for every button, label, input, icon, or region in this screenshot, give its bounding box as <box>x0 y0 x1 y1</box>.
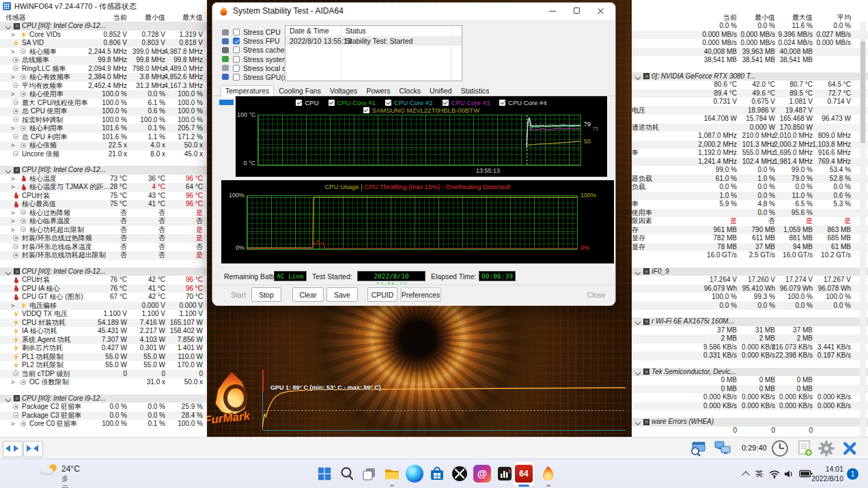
aida64-titlebar[interactable]: System Stability Test - AIDA64 <box>212 3 615 20</box>
sensor-row[interactable]: 封装/环形总线功耗超出限制否否是 <box>0 251 207 260</box>
sensor-row[interactable]: 96.079 Wh95.410 Wh96.079 Wh96.078 Wh <box>630 285 868 293</box>
legend-item[interactable]: CPU Core #4 <box>499 99 547 106</box>
col-max[interactable]: 最大值 <box>792 13 813 23</box>
remote-monitor-button[interactable] <box>713 440 732 457</box>
sensor-row[interactable]: >核心临界温度否否否 <box>0 217 207 226</box>
sensor-row[interactable]: 总线频率99.8 MHz99.8 MHz99.8 MHz <box>0 56 207 65</box>
stress-gpu-checkbox[interactable] <box>233 74 240 81</box>
sensor-row[interactable]: Package C3 驻留率0.0 %0.0 %28.4 % <box>0 412 207 420</box>
sensor-row[interactable]: >Core C0 驻留率100.0 %0.1 %100.0 % <box>0 420 207 429</box>
sensor-section-header[interactable]: CPU [#0]: Intel Core i9-12... <box>0 268 207 276</box>
scrollbar-thumb[interactable] <box>860 41 865 143</box>
sensor-row[interactable]: 总 CPU 利用率101.6 %1.1 %171.2 % <box>0 133 207 142</box>
collapse-icon[interactable] <box>635 369 641 375</box>
sensor-row[interactable]: 0.000 MB/s0.000 MB/s0.024 MB/s0.000 MB/s <box>630 39 868 48</box>
expand-icon[interactable]: > <box>11 209 14 218</box>
sensor-section-header[interactable]: ware Errors (WHEA) <box>630 418 868 427</box>
collapse-icon[interactable] <box>635 74 641 79</box>
sensor-row[interactable]: 0.0 %0.0 %11.6 %0.0 % <box>630 22 868 31</box>
sensor-row[interactable]: 负载0.0 %0.0 %0.0 %0.0 % <box>630 183 868 192</box>
settings-gear-button[interactable] <box>817 440 836 457</box>
ime-indicator[interactable]: 英 <box>755 469 764 479</box>
tab-temperatures[interactable]: Temperatures <box>221 85 274 97</box>
col-current[interactable]: 当前 <box>723 13 737 23</box>
sensor-row[interactable]: 使用率0.0 %95.6 % <box>630 209 868 218</box>
stress-cpu-checkbox[interactable] <box>233 29 240 35</box>
collapse-columns-button[interactable] <box>23 441 43 457</box>
collapse-icon[interactable] <box>5 269 11 274</box>
minimize-button[interactable] <box>540 3 565 20</box>
sensor-section-header[interactable]: Tek Semiconductor, Devic... <box>630 368 868 377</box>
sensor-row[interactable]: 16.0 GT/s2.5 GT/s16.0 GT/s10.2 GT/s <box>630 251 868 260</box>
sensor-row[interactable]: 封装/环形总线临界温度否否否 <box>0 243 207 252</box>
tab-clocks[interactable]: Clocks <box>395 86 425 96</box>
collapse-icon[interactable] <box>635 269 641 274</box>
legend-checkbox[interactable] <box>328 100 335 106</box>
tab-voltages[interactable]: Voltages <box>326 86 361 96</box>
col-min[interactable]: 最小值 <box>145 13 165 23</box>
sensor-row[interactable]: 38,541 MB38,541 MB38,541 MB <box>630 56 868 65</box>
sensor-row[interactable]: >核心频率2,244.5 MHz399.0 MHz4,987.8 MHz <box>0 48 207 57</box>
collapse-icon[interactable] <box>5 168 11 173</box>
sensor-row[interactable]: PL2 功耗限制55.0 W55.0 W170.0 W <box>0 361 207 370</box>
col-min[interactable]: 最小值 <box>755 13 775 23</box>
expand-icon[interactable]: > <box>11 302 14 311</box>
hwinfo-right-column-header[interactable]: 当前 最小值 最大值 平均 <box>630 12 868 23</box>
sensor-section-header[interactable]: 0]: NVIDIA GeForce RTX 3080 T... <box>630 72 868 81</box>
start-button[interactable]: Start <box>225 287 252 302</box>
sensor-row[interactable]: 0.000 KB/s0.000 KB/s0.000 KB/s0.000 KB/s <box>630 402 868 411</box>
sensor-row[interactable]: 40,008 MB39,963 MB40,008 MB <box>630 48 868 57</box>
sensor-row[interactable]: 显存78 MB37 MB94 MB61 MB <box>630 243 868 252</box>
sensor-row[interactable]: 核心最高值75 °C41 °C96 °C <box>0 200 207 209</box>
legend-item[interactable]: SAMSUNG MZVL22T0HBLB-00BTW <box>363 106 479 114</box>
sensor-row[interactable]: 存961 MB790 MB1,059 MB863 MB <box>630 226 868 235</box>
sensor-row[interactable]: >Core VIDs0.852 V0.728 V1.319 V <box>0 31 207 40</box>
stress-memory-checkbox[interactable] <box>233 56 240 63</box>
sensor-row[interactable]: Ring/LLC 频率2,094.9 MHz798.0 MHz4,489.0 M… <box>0 65 207 74</box>
sensor-row[interactable]: Package C2 驻留率0.0 %0.0 %25.9 % <box>0 403 207 412</box>
sensor-row[interactable]: 限因素是否是是 <box>630 217 868 226</box>
sensor-search-button[interactable] <box>688 440 708 457</box>
notification-badge[interactable]: 1 <box>847 468 858 480</box>
wifi-icon[interactable] <box>769 470 780 478</box>
close-sensors-button[interactable] <box>840 440 859 457</box>
legend-item[interactable]: CPU Core #3 <box>443 99 490 106</box>
col-current[interactable]: 当前 <box>113 13 127 23</box>
sensor-row[interactable]: 1.0 %0.0 %11.0 %0.6 % <box>630 192 868 201</box>
stress-disk-checkbox[interactable] <box>233 65 240 72</box>
edge-browser-icon[interactable] <box>406 465 423 483</box>
monitor-app-icon[interactable] <box>496 465 514 483</box>
maximize-button[interactable] <box>565 3 589 20</box>
expand-icon[interactable]: > <box>11 90 14 99</box>
sensor-row[interactable]: >核心倍频22.5 x4.0 x50.0 x <box>0 141 207 150</box>
sensor-section-header[interactable]: CPU [#0]: Intel Core i9-12... <box>0 394 207 403</box>
expand-icon[interactable]: > <box>11 124 14 133</box>
save-button[interactable]: Save <box>326 287 358 302</box>
xbox-icon[interactable] <box>451 465 468 483</box>
legend-checkbox[interactable] <box>499 100 505 106</box>
sensor-row[interactable]: >核心有效频率2,384.0 MHz3.8 MHz4,852.6 MHz <box>0 73 207 82</box>
expand-icon[interactable]: > <box>11 175 14 184</box>
sensor-row[interactable]: 0 MB0 MB0 MB <box>630 385 868 394</box>
expand-icon[interactable]: > <box>11 183 14 192</box>
sensor-row[interactable]: 显存782 MB611 MB881 MB685 MB <box>630 234 868 243</box>
legend-checkbox[interactable] <box>296 100 302 106</box>
sensor-row[interactable]: 0.331 KB/s0.000 KB/s22.398 KB/s0.187 KB/… <box>630 351 868 360</box>
status-list[interactable]: Date & Time Status 2022/8/10 13:55:13 St… <box>285 25 462 81</box>
sensor-row[interactable]: 2,000.2 MHz101.3 MHz2,000.2 MHz1,103.8 M… <box>630 141 868 149</box>
expand-icon[interactable]: > <box>11 420 14 429</box>
expand-icon[interactable]: > <box>11 48 14 57</box>
sensor-row[interactable]: IA 核心功耗45.431 W2.217 W158.402 W <box>0 327 207 336</box>
hwinfo-left-column-header[interactable]: 传感器 当前 最小值 最大值 <box>0 12 207 23</box>
preferences-button[interactable]: Preferences <box>400 287 441 302</box>
stop-button[interactable]: Stop <box>251 287 281 302</box>
sensor-row[interactable]: 80.6 °C42.0 °C80.7 °C64.5 °C <box>630 81 868 89</box>
sensor-row[interactable]: 0 MB0 MB0 MB <box>630 376 868 385</box>
legend-item[interactable]: CPU <box>296 99 318 106</box>
sensor-row[interactable]: 总 CPU 使用率100.0 %0.6 %100.0 % <box>0 107 207 116</box>
sensor-row[interactable]: 2 MB2 MB2 MB <box>630 334 868 343</box>
sensor-row[interactable]: 0.000 MB/s0.000 MB/s9.396 MB/s0.027 MB/s <box>630 31 868 40</box>
stress-cache-checkbox[interactable] <box>233 46 240 53</box>
col-sensor[interactable]: 传感器 <box>5 13 26 23</box>
sensor-row[interactable]: >核心温度73 °C36 °C96 °C <box>0 175 207 184</box>
